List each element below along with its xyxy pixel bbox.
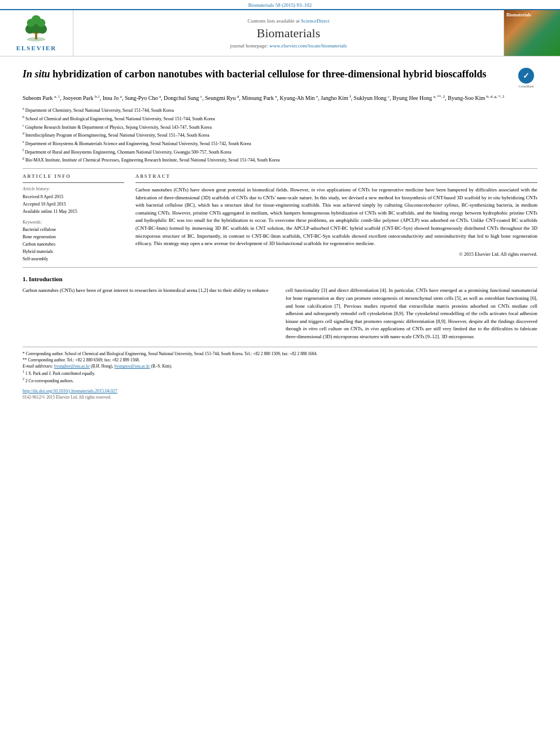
- journal-cover-image: Biomaterials: [504, 10, 560, 56]
- affiliation-c: c Graphene Research Institute & Departme…: [23, 123, 537, 131]
- top-bar: Biomaterials 58 (2015) 93–102: [0, 0, 560, 9]
- received-date: Received 8 April 2015: [23, 194, 124, 201]
- title-section: In situ hybridization of carbon nanotube…: [23, 68, 537, 88]
- footnote-note1: 1 1 S. Park and J. Park contributed equa…: [23, 369, 537, 377]
- abstract-label: ABSTRACT: [135, 173, 537, 179]
- footnotes-section: * Corresponding author. School of Chemic…: [23, 347, 537, 384]
- keyword-4: Hybrid materials: [23, 248, 124, 256]
- affiliation-d: d Interdisciplinary Program of Bioengine…: [23, 131, 537, 139]
- body-divider: [23, 267, 537, 268]
- journal-citation: Biomaterials 58 (2015) 93–102: [248, 2, 312, 8]
- elsevier-logo-section: ELSEVIER: [0, 10, 73, 56]
- introduction-heading: 1. Introduction: [23, 276, 537, 282]
- journal-homepage-link[interactable]: www.elsevier.com/locate/biomaterials: [269, 43, 347, 49]
- affiliation-a: a Department of Chemistry, Seoul Nationa…: [23, 106, 537, 114]
- email-name-1: (B.H. Hong),: [91, 364, 113, 369]
- article-info-abstract-section: ARTICLE INFO Article history: Received 8…: [23, 173, 537, 263]
- doi-line: http://dx.doi.org/10.1016/j.biomaterials…: [23, 388, 537, 394]
- keywords-label: Keywords:: [23, 220, 124, 225]
- journal-title-section: Contents lists available at ScienceDirec…: [73, 10, 504, 56]
- email-link-1[interactable]: byunghee@snu.ac.kr: [54, 364, 90, 369]
- affiliation-f: f Department of Rural and Biosystems Eng…: [23, 148, 537, 156]
- article-history-label: Article history:: [23, 186, 124, 191]
- article-info-label: ARTICLE INFO: [23, 173, 124, 179]
- abstract-divider: [135, 182, 537, 183]
- intro-col-left: Carbon nanotubes (CNTs) have been of gre…: [23, 287, 274, 340]
- footnote-corresponding2: ** Corresponding author. Tel.: +82 2 880…: [23, 357, 537, 363]
- contents-available-text: Contents lists available at ScienceDirec…: [248, 18, 330, 24]
- crossmark-badge[interactable]: ✓ CrossMark: [515, 68, 537, 88]
- issn-line: 0142-9612/© 2015 Elsevier Ltd. All right…: [23, 395, 537, 400]
- elsevier-tree-icon: [19, 15, 53, 43]
- journal-cover-label: Biomaterials: [506, 12, 531, 18]
- keyword-1: Bacterial cellulose: [23, 226, 124, 234]
- header-divider: [23, 168, 537, 169]
- affiliation-e: e Department of Biosystems & Biomaterial…: [23, 139, 537, 147]
- footnote-emails: E-mail addresses: byunghee@snu.ac.kr (B.…: [23, 363, 537, 369]
- keyword-2: Bone regeneration: [23, 234, 124, 241]
- elsevier-wordmark: ELSEVIER: [16, 45, 57, 51]
- accepted-date: Accepted 10 April 2015: [23, 201, 124, 208]
- abstract-text: Carbon nanotubes (CNTs) have shown great…: [135, 186, 537, 248]
- intro-col-right: cell functionality [3] and direct differ…: [286, 287, 537, 340]
- article-title: In situ hybridization of carbon nanotube…: [23, 68, 509, 81]
- journal-homepage-line: journal homepage: www.elsevier.com/locat…: [230, 43, 347, 49]
- introduction-section: 1. Introduction Carbon nanotubes (CNTs) …: [23, 276, 537, 340]
- footnote-note2: 2 2 Co-corresponding authors.: [23, 377, 537, 384]
- crossmark-icon: ✓: [518, 68, 534, 84]
- affiliations-list: a Department of Chemistry, Seoul Nationa…: [23, 106, 537, 164]
- article-info-column: ARTICLE INFO Article history: Received 8…: [23, 173, 124, 263]
- email-name-2: (B.-S. Kim).: [151, 364, 172, 369]
- footnote-corresponding1: * Corresponding author. School of Chemic…: [23, 351, 537, 357]
- article-info-divider: [23, 182, 124, 183]
- abstract-column: ABSTRACT Carbon nanotubes (CNTs) have sh…: [135, 173, 537, 263]
- introduction-body: Carbon nanotubes (CNTs) have been of gre…: [23, 287, 537, 340]
- elsevier-logo: ELSEVIER: [16, 15, 57, 51]
- article-container: In situ hybridization of carbon nanotube…: [0, 56, 560, 407]
- keyword-5: Self-assembly: [23, 256, 124, 263]
- journal-thumbnail: Biomaterials: [504, 10, 560, 56]
- article-dates: Received 8 April 2015 Accepted 10 April …: [23, 194, 124, 215]
- svg-point-7: [32, 15, 41, 24]
- doi-link[interactable]: http://dx.doi.org/10.1016/j.biomaterials…: [23, 388, 117, 394]
- keywords-list: Bacterial cellulose Bone regeneration Ca…: [23, 226, 124, 263]
- keyword-3: Carbon nanotubes: [23, 241, 124, 248]
- affiliation-g: g Bio-MAX Institute, Institute of Chemic…: [23, 156, 537, 164]
- available-date: Available online 11 May 2015: [23, 208, 124, 216]
- journal-header: ELSEVIER Contents lists available at Sci…: [0, 9, 560, 56]
- authors-line: Subeom Park a, 1, Jooyeon Park b,1, Insu…: [23, 94, 537, 103]
- journal-name: Biomaterials: [257, 26, 320, 41]
- crossmark-label: CrossMark: [519, 85, 534, 88]
- affiliation-b: b School of Chemical and Biological Engi…: [23, 115, 537, 123]
- email-link-2[interactable]: byungsoo@snu.ac.kr: [114, 364, 150, 369]
- sciencedirect-link[interactable]: ScienceDirect: [301, 18, 329, 24]
- copyright-notice: © 2015 Elsevier Ltd. All rights reserved…: [135, 251, 537, 257]
